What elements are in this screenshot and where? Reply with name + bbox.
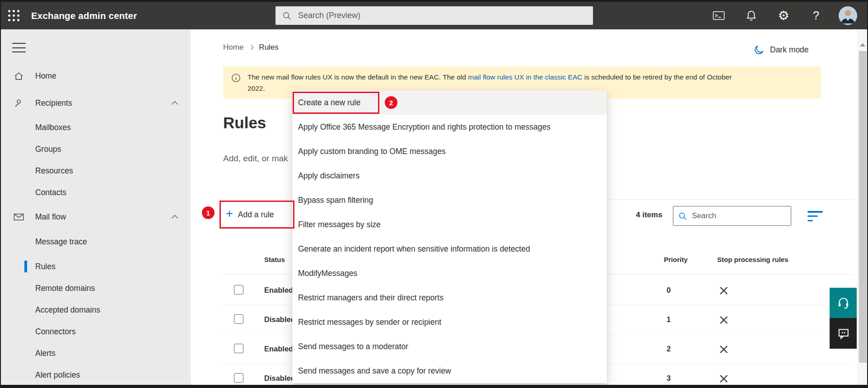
menu-item-apply-disclaimers[interactable]: Apply disclaimers <box>292 164 607 188</box>
info-icon <box>231 73 241 94</box>
chevron-right-icon <box>249 45 254 50</box>
banner-text: The new mail flow rules UX is now the de… <box>247 73 466 81</box>
banner-text: is scheduled to be retired by the end of… <box>584 73 732 81</box>
scrollbar-thumb[interactable] <box>859 51 867 363</box>
global-search-box[interactable] <box>275 6 593 25</box>
add-a-rule-button[interactable]: + Add a rule <box>226 204 274 225</box>
sidebar-item-label: Rules <box>35 262 56 271</box>
sidebar-item-label: Message trace <box>35 237 87 247</box>
row-checkbox[interactable] <box>234 344 243 353</box>
items-count: 4 items <box>636 210 663 220</box>
sidebar-item-groups[interactable]: Groups <box>1 138 191 160</box>
menu-item-apply-ome-encryption[interactable]: Apply Office 365 Message Encryption and … <box>292 115 607 139</box>
rule-priority: 0 <box>667 276 671 305</box>
chevron-up-icon <box>172 101 178 107</box>
envelope-icon <box>14 212 35 222</box>
scroll-up-arrow-icon[interactable] <box>860 43 865 47</box>
dark-mode-label: Dark mode <box>770 45 809 55</box>
sidebar-item-label: Groups <box>35 145 61 154</box>
app-launcher-icon[interactable] <box>8 10 19 21</box>
rule-status: Disabled <box>264 364 295 388</box>
menu-item-send-to-moderator[interactable]: Send messages to a moderator <box>292 334 607 359</box>
avatar-photo <box>839 6 857 25</box>
sidebar-item-home[interactable]: Home <box>1 65 191 87</box>
menu-item-restrict-by-sender-or-recipient[interactable]: Restrict messages by sender or recipient <box>292 310 607 334</box>
sidebar-item-label: Connectors <box>35 327 76 337</box>
person-icon <box>14 98 35 108</box>
menu-item-send-and-save-copy[interactable]: Send messages and save a copy for review <box>292 359 607 383</box>
x-mark-icon: × <box>718 276 729 305</box>
table-search-input[interactable] <box>692 211 786 220</box>
hamburger-menu-icon[interactable] <box>12 43 26 52</box>
menu-item-create-a-new-rule[interactable]: Create a new rule <box>292 90 607 115</box>
search-icon <box>282 11 292 21</box>
gear-icon: ⚙ <box>778 9 789 22</box>
sidebar-item-label: Contacts <box>35 188 66 197</box>
sidebar-item-message-trace[interactable]: Message trace <box>1 231 191 252</box>
page-subtitle: Add, edit, or mak <box>223 154 288 164</box>
moon-icon <box>753 44 765 56</box>
column-header-status[interactable]: Status <box>264 256 285 263</box>
sidebar-item-label: Mail flow <box>35 212 66 222</box>
app-title: Exchange admin center <box>31 10 137 21</box>
sidebar-item-accepted-domains[interactable]: Accepted domains <box>1 299 191 321</box>
breadcrumb-current: Rules <box>259 43 278 52</box>
column-header-priority[interactable]: Priority <box>664 256 688 263</box>
menu-item-filter-messages-by-size[interactable]: Filter messages by size <box>292 212 607 237</box>
feedback-button[interactable] <box>830 318 857 349</box>
help-button[interactable]: ? <box>806 6 826 26</box>
account-avatar[interactable] <box>839 6 857 25</box>
rule-status: Enabled <box>264 276 293 305</box>
sidebar-item-label: Accepted domains <box>35 305 100 315</box>
page-title: Rules <box>223 114 266 132</box>
row-checkbox[interactable] <box>234 285 243 295</box>
menu-item-generate-incident-report[interactable]: Generate an incident report when sensiti… <box>292 237 607 261</box>
cloud-shell-button[interactable] <box>709 6 728 26</box>
sidebar-item-alert-policies[interactable]: Alert policies <box>1 364 191 386</box>
breadcrumb: Home Rules <box>223 43 279 52</box>
headset-icon <box>837 296 850 309</box>
table-search-box[interactable] <box>673 206 791 226</box>
rule-status: Enabled <box>264 334 293 364</box>
menu-item-bypass-spam-filtering[interactable]: Bypass spam filtering <box>292 188 607 212</box>
annotation-step-badge-2: 2 <box>385 96 397 109</box>
filter-sort-icon[interactable] <box>807 211 823 221</box>
sidebar-item-rules[interactable]: Rules <box>1 256 191 277</box>
sidebar-item-resources[interactable]: Resources <box>1 160 191 182</box>
row-checkbox[interactable] <box>234 373 243 383</box>
breadcrumb-home-link[interactable]: Home <box>223 43 243 52</box>
menu-item-modify-messages[interactable]: ModifyMessages <box>292 261 607 285</box>
plus-icon: + <box>226 208 233 220</box>
sidebar-item-connectors[interactable]: Connectors <box>1 321 191 342</box>
sidebar-item-mail-flow[interactable]: Mail flow <box>1 206 191 228</box>
add-a-rule-label: Add a rule <box>238 210 274 220</box>
home-icon <box>14 71 35 81</box>
menu-item-apply-custom-branding[interactable]: Apply custom branding to OME messages <box>292 139 607 164</box>
sidebar-item-contacts[interactable]: Contacts <box>1 182 191 203</box>
chat-bubble-icon <box>837 327 850 340</box>
menu-item-restrict-managers-direct-reports[interactable]: Restrict managers and their direct repor… <box>292 285 607 310</box>
sidebar-item-remote-domains[interactable]: Remote domains <box>1 277 191 299</box>
rule-status: Disabled <box>264 305 295 334</box>
dark-mode-toggle[interactable]: Dark mode <box>753 44 809 56</box>
sidebar-item-label: Alerts <box>35 349 56 358</box>
settings-button[interactable]: ⚙ <box>774 6 793 26</box>
sidebar-item-recipients[interactable]: Recipients <box>1 92 191 114</box>
rule-priority: 1 <box>667 305 671 334</box>
annotation-step-badge-1: 1 <box>202 206 215 219</box>
sidebar-item-label: Alert policies <box>35 370 80 380</box>
support-button[interactable] <box>830 288 857 318</box>
question-mark-icon: ? <box>813 10 819 21</box>
sidebar-item-mailboxes[interactable]: Mailboxes <box>1 117 191 138</box>
rule-priority: 3 <box>667 364 671 388</box>
row-checkbox[interactable] <box>234 314 243 324</box>
banner-link[interactable]: mail flow rules UX in the classic EAC <box>468 73 582 81</box>
x-mark-icon: × <box>718 364 729 388</box>
top-app-bar: Exchange admin center ⚙ ? <box>1 2 867 29</box>
page-scrollbar[interactable] <box>858 29 867 385</box>
notifications-button[interactable] <box>741 6 761 26</box>
column-header-stop-processing-rules[interactable]: Stop processing rules <box>717 256 789 263</box>
sidebar-item-alerts[interactable]: Alerts <box>1 342 191 364</box>
search-icon <box>678 211 687 221</box>
global-search-input[interactable] <box>298 11 587 20</box>
